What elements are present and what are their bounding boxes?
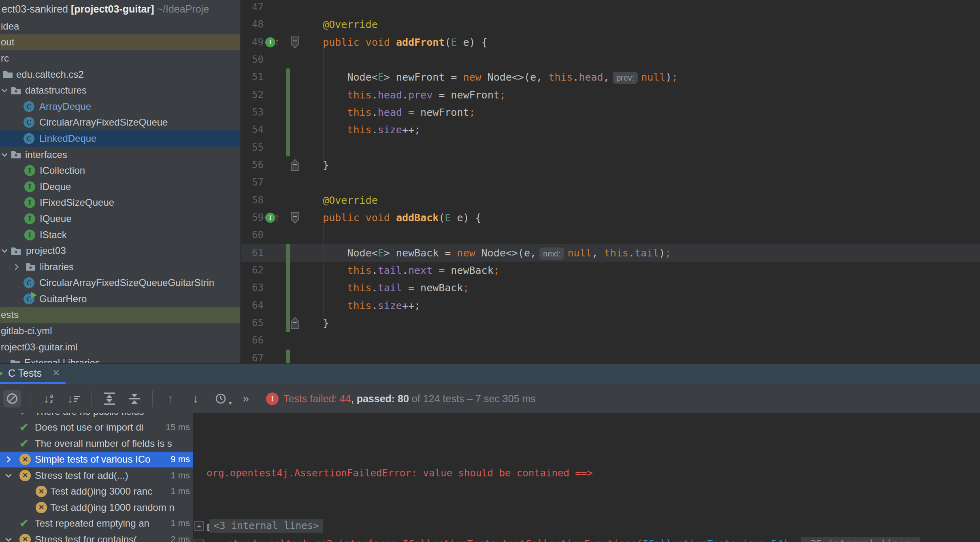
code-line-59: public void addBack(E e) { — [298, 209, 481, 226]
chevron-down-icon[interactable] — [0, 150, 9, 159]
test-failed-icon: ✕ — [36, 486, 47, 497]
folder-icon — [2, 69, 13, 80]
code-line-64: this.size++; — [298, 297, 420, 314]
toolbar-separator — [30, 390, 30, 407]
project-tree-item-icollection[interactable]: IICollection — [0, 162, 241, 179]
unfold-icon[interactable]: + — [194, 521, 204, 531]
project-tree-item-ideque[interactable]: IIDeque — [0, 179, 241, 195]
project-tree-item-project03[interactable]: project03 — [0, 243, 241, 259]
project-tree-item-libraries[interactable]: libraries — [0, 259, 241, 275]
test-tree-item[interactable]: ✕Test add()ing 3000 ranc1 ms — [0, 484, 193, 500]
test-tree-item[interactable]: ✔Does not use or import di15 ms — [0, 420, 193, 436]
test-passed-icon: ✔ — [19, 438, 29, 449]
tree-item-label: roject03-guitar.iml — [1, 341, 77, 353]
chevron-down-icon[interactable] — [0, 246, 9, 255]
test-tree-item[interactable]: ✔Test repeated emptying an1 ms — [0, 516, 193, 532]
chevron-down-icon[interactable] — [4, 535, 13, 542]
test-name: Test repeated emptying an — [35, 518, 149, 529]
project-tree-item-interfaces[interactable]: interfaces — [0, 147, 241, 163]
previous-occurrence-icon[interactable]: ↑ — [162, 390, 179, 408]
tree-item-label: project03 — [26, 245, 66, 256]
more-actions-icon[interactable]: » — [237, 390, 255, 408]
test-name: Test add()ing 3000 ranc — [50, 486, 152, 497]
project-tree-item-circulararrayfixedsizequeueguitarstrin[interactable]: CCircularArrayFixedSizeQueueGuitarStrin — [0, 275, 241, 291]
interface-icon: I — [24, 181, 35, 192]
stack-file-link[interactable]: ICollectionTests.java:54 — [643, 538, 783, 542]
project-tree-item-ifixedsizequeue[interactable]: IIFixedSizeQueue — [0, 195, 241, 211]
collapse-all-icon[interactable] — [126, 390, 143, 408]
code-line-48: @Override — [298, 16, 378, 33]
test-tree-item[interactable]: ✕Stress test for add(...)1 ms — [0, 467, 193, 484]
status-passed: passed: 80 — [357, 393, 409, 404]
sort-alphabetically-icon[interactable]: ↓az — [39, 390, 57, 408]
project-tree-item-edu-caltech-cs2[interactable]: edu.caltech.cs2 — [0, 66, 241, 83]
tree-item-label: ests — [1, 309, 19, 320]
project-tree-item-circulararrayfixedsizequeue[interactable]: CCircularArrayFixedSizeQueue — [0, 115, 241, 131]
ban-icon[interactable] — [3, 390, 21, 408]
class-icon: C — [23, 101, 34, 112]
project-tree-item-ests[interactable]: ests — [0, 307, 241, 323]
folder-icon — [10, 358, 21, 363]
project-tree-item-istack[interactable]: IIStack — [0, 227, 241, 243]
test-tree-item[interactable]: ✕Stress test for contains(2 ms — [0, 531, 193, 542]
project-tree-item-gitlab-ci-yml[interactable]: gitlab-ci.yml — [0, 323, 241, 339]
tab-tests-label: C Tests — [8, 364, 42, 382]
code-line-51: Node<E> newFront = new Node<>(e, this.he… — [298, 68, 678, 86]
test-output-console[interactable]: org.opentest4j.AssertionFailedError: val… — [193, 413, 980, 542]
parameter-hint: prev: — [613, 72, 638, 84]
project-tree-item-external-libraries[interactable]: External Libraries — [0, 355, 241, 363]
project-tree-item-out[interactable]: out — [0, 34, 241, 51]
next-occurrence-icon[interactable]: ↓ — [187, 390, 205, 408]
expand-all-icon[interactable] — [100, 390, 118, 408]
code-line-53: this.head = newFront; — [298, 104, 475, 121]
test-duration: 9 ms — [170, 454, 190, 465]
line-number: 50 — [241, 51, 264, 68]
code-line-58: @Override — [298, 192, 378, 209]
chevron-down-icon[interactable] — [0, 86, 9, 95]
test-tree-item[interactable]: ✕Test add()ing 1000 random n — [0, 499, 193, 516]
line-number: 57 — [241, 174, 264, 191]
interface-icon: I — [24, 213, 35, 224]
close-icon[interactable]: ✕ — [53, 364, 60, 382]
run-overlay-icon — [31, 292, 37, 298]
chevron-down-icon[interactable] — [4, 471, 13, 480]
tab-tests[interactable]: C Tests ✕ — [0, 364, 66, 384]
project-tree-item-arraydeque[interactable]: CArrayDeque — [0, 98, 241, 115]
chevron-right-icon[interactable] — [4, 455, 13, 464]
line-number: 67 — [241, 350, 264, 363]
project-tree-item-iqueue[interactable]: IIQueue — [0, 211, 241, 227]
project-tree-item-rc[interactable]: rc — [0, 50, 241, 66]
test-duration: 1 ms — [170, 486, 190, 497]
line-number: 62 — [241, 262, 264, 279]
test-duration: 15 ms — [166, 422, 190, 433]
test-duration: 2 ms — [170, 534, 190, 542]
project-tree[interactable]: ideaoutrcedu.caltech.cs2datastructuresCA… — [0, 18, 241, 363]
chevron-right-icon[interactable] — [12, 262, 21, 271]
test-tree-item[interactable]: ✔The overall number of fields is s — [0, 435, 193, 452]
run-icon — [0, 369, 3, 378]
parameter-hint: next: — [539, 248, 564, 260]
test-tree-item[interactable]: ✔There are no public fields — [0, 413, 193, 420]
project-tree-item-datastructures[interactable]: datastructures — [0, 82, 241, 98]
test-tree-item[interactable]: ✕Simple tests of various ICo9 ms — [0, 452, 193, 468]
code-line-65: } — [298, 314, 329, 332]
project-tree-item-roject03-guitar-iml[interactable]: roject03-guitar.iml — [0, 339, 241, 355]
project-tree-item-guitarhero[interactable]: CGuitarHero — [0, 291, 241, 307]
test-results-tree[interactable]: ✔There are no public fields✔Does not use… — [0, 413, 193, 542]
code-line-56: } — [298, 156, 329, 174]
test-name: Stress test for contains( — [35, 534, 137, 542]
code-editor[interactable]: 4748495051525354555657585960616263646566… — [241, 0, 980, 363]
line-number: 47 — [241, 0, 264, 16]
code-line-62: this.tail.next = newBack; — [298, 262, 500, 279]
tree-item-label: CircularArrayFixedSizeQueue — [39, 117, 168, 128]
line-number: 58 — [241, 192, 264, 209]
line-number: 61 — [241, 244, 264, 262]
stack-trace-line: + at edu.caltech.cs2.interfaces.ICollect… — [193, 535, 920, 542]
implements-method-icon[interactable]: I↑ — [265, 209, 281, 226]
unfold-icon[interactable]: + — [194, 540, 204, 542]
sort-by-duration-icon[interactable]: ↓ — [64, 390, 82, 408]
implements-method-icon[interactable]: I↑ — [265, 34, 281, 51]
project-tree-item-idea[interactable]: idea — [0, 18, 241, 34]
test-history-icon[interactable]: ▾ — [212, 390, 230, 408]
project-tree-item-linkeddeque[interactable]: CLinkedDeque — [0, 130, 241, 147]
